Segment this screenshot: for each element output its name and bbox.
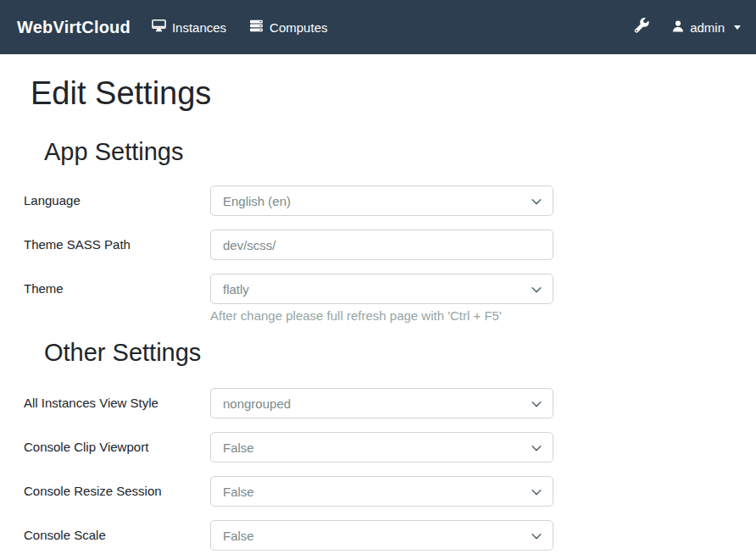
console-scale-select[interactable]: False [210,520,553,551]
caret-down-icon [734,25,741,30]
field-help-text: After change please full refresh page wi… [210,308,756,324]
top-navbar: WebVirtCloud Instances [0,0,756,54]
console-scale-label: Console Scale [24,528,210,543]
language-select[interactable]: English (en) [210,186,553,216]
console-clip-viewport-field: Console Clip ViewportFalse [24,432,756,463]
user-menu-toggle[interactable]: admin [671,19,741,36]
theme-field: ThemeflatlyAfter change please full refr… [24,274,756,324]
section-fields: LanguageEnglish (en)Theme SASS PathTheme… [24,186,756,324]
nav-item-label: Computes [270,20,327,35]
theme-label: Theme [24,281,210,296]
selected-value: flatly [223,282,249,296]
page-title: Edit Settings [31,75,756,114]
language-field: LanguageEnglish (en) [24,186,756,216]
console-resize-session-label: Console Resize Session [24,484,210,499]
theme-sass-path-field: Theme SASS Path [24,230,756,260]
selected-value: English (en) [223,194,291,208]
section-title: App Settings [44,137,756,167]
console-resize-session-field: Console Resize SessionFalse [24,476,756,507]
selected-value: False [223,485,254,499]
language-label: Language [24,193,210,208]
console-clip-viewport-select[interactable]: False [210,432,553,463]
chevron-down-icon [531,530,542,546]
selected-value: False [223,529,254,543]
nav-item-instances[interactable]: Instances [152,19,226,36]
user-name-label: admin [690,20,725,35]
nav-item-label: Instances [172,20,226,35]
brand-link[interactable]: WebVirtCloud [17,18,131,37]
chevron-down-icon [531,284,542,299]
chevron-down-icon [531,486,542,501]
all-instances-view-style-field: All Instances View Stylenongrouped [24,388,756,418]
selected-value: False [223,440,254,455]
chevron-down-icon [531,196,542,211]
all-instances-view-style-select[interactable]: nongrouped [210,388,553,418]
navbar-right: admin [634,18,741,36]
wrench-icon [634,18,649,36]
console-resize-session-select[interactable]: False [210,476,553,507]
navbar-links: Instances Computes [152,19,328,36]
monitor-icon [152,19,166,36]
chevron-down-icon [531,398,542,413]
theme-select[interactable]: flatly [210,274,553,304]
selected-value: nongrouped [223,396,291,411]
all-instances-view-style-label: All Instances View Style [24,396,210,411]
user-icon [671,19,685,36]
theme-sass-path-input[interactable] [210,230,553,260]
section-title: Other Settings [44,338,756,368]
settings-wrench-button[interactable] [634,18,649,36]
main-content: Edit Settings App SettingsLanguageEnglis… [0,54,756,551]
settings-form: App SettingsLanguageEnglish (en)Theme SA… [24,137,756,551]
section-fields: All Instances View StylenongroupedConsol… [24,388,756,551]
console-clip-viewport-label: Console Clip Viewport [24,440,210,455]
chevron-down-icon [531,442,542,457]
server-icon [249,19,264,36]
theme-sass-path-label: Theme SASS Path [24,237,210,252]
nav-item-computes[interactable]: Computes [249,19,327,36]
console-scale-field: Console ScaleFalse [24,520,756,551]
